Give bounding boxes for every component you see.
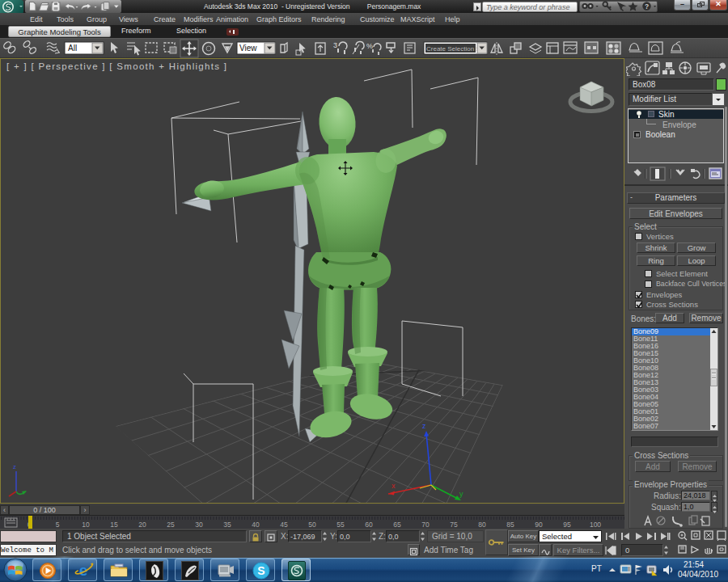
svg-text:[ + ] [ Perspective ] [ Smooth: [ + ] [ Perspective ] [ Smooth + Highlig… [6, 61, 227, 71]
svg-text:100: 100 [590, 521, 601, 529]
svg-text:S: S [257, 564, 265, 577]
svg-text:z: z [13, 463, 16, 470]
svg-text:30: 30 [195, 521, 203, 529]
svg-text:View: View [239, 44, 257, 53]
svg-text:50: 50 [308, 521, 316, 529]
svg-text:All: All [68, 44, 77, 53]
svg-text:85: 85 [506, 521, 514, 529]
svg-text:?: ? [645, 2, 649, 11]
svg-text:x: x [392, 482, 396, 490]
svg-text:70: 70 [421, 521, 430, 529]
svg-text:80: 80 [478, 521, 486, 529]
svg-text:z: z [422, 422, 426, 430]
svg-text:%: % [366, 42, 373, 50]
svg-text:95: 95 [563, 521, 571, 529]
svg-text:75: 75 [450, 521, 458, 529]
svg-text:y: y [459, 490, 463, 498]
svg-text:40: 40 [252, 521, 260, 529]
svg-text:20: 20 [138, 521, 146, 529]
svg-text:10: 10 [82, 521, 90, 529]
svg-text:55: 55 [336, 521, 345, 529]
svg-text:60: 60 [365, 521, 373, 529]
svg-text:90: 90 [535, 521, 543, 529]
svg-text:5: 5 [56, 521, 60, 529]
svg-text:25: 25 [167, 521, 175, 529]
svg-text:35: 35 [223, 521, 231, 529]
svg-text:45: 45 [280, 521, 288, 529]
svg-text:3: 3 [333, 41, 337, 49]
svg-text:15: 15 [110, 521, 118, 529]
svg-text:Create Selection Se: Create Selection Se [426, 45, 485, 53]
svg-text:65: 65 [393, 521, 401, 529]
